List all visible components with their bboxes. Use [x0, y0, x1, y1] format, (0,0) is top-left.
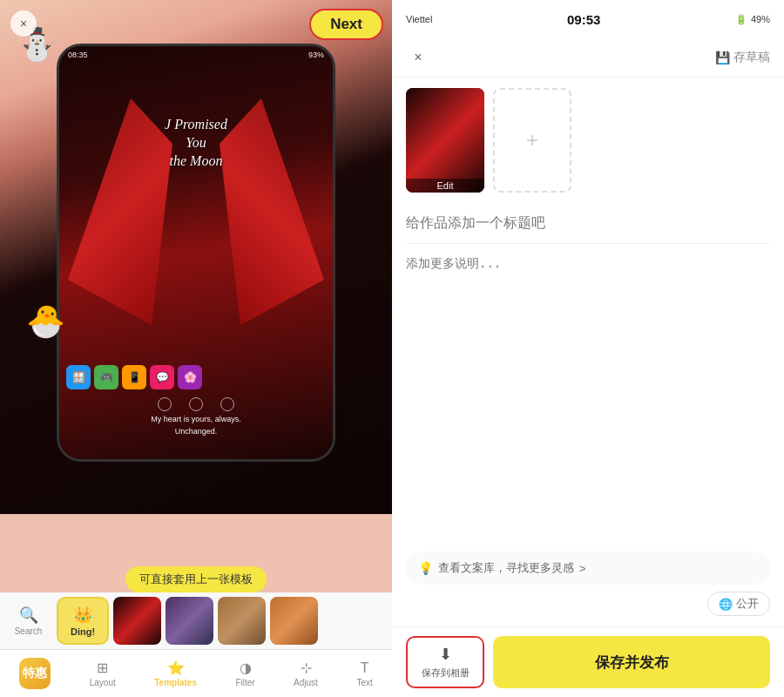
search-label: Search: [15, 626, 43, 636]
add-media-button[interactable]: +: [493, 88, 571, 193]
public-section: 🌐 公开: [392, 592, 784, 616]
crown-icon: 👑: [73, 606, 92, 625]
nav-item-filter[interactable]: ◑ Filter: [228, 656, 261, 691]
sticker-cloud: 🐣: [26, 303, 65, 340]
template-thumb-4[interactable]: [270, 597, 318, 645]
media-thumbnail[interactable]: Edit: [406, 88, 484, 193]
nav-item-layout[interactable]: ⊞ Layout: [83, 656, 123, 691]
copy-hint[interactable]: 💡 查看文案库，寻找更多灵感 >: [406, 552, 770, 585]
main-image: ⛄ 08:35 93% J Promised You t: [0, 0, 392, 514]
status-carrier: Viettel: [406, 14, 432, 24]
right-close-button[interactable]: ×: [406, 45, 430, 70]
layout-icon: ⊞: [97, 660, 108, 676]
app-icons: 🪟 🎮 📱 💬 🌸: [66, 365, 326, 389]
status-battery: 🔋 49%: [735, 14, 770, 25]
template-thumb-3[interactable]: [218, 597, 266, 645]
edit-label: Edit: [406, 179, 484, 193]
template-hint: 可直接套用上一张模板: [125, 566, 267, 592]
draft-button[interactable]: 💾 存草稿: [715, 50, 770, 65]
globe-icon: 🌐: [719, 598, 733, 611]
action-bar: ⬇ 保存到相册 保存并发布: [392, 626, 784, 697]
status-time: 09:53: [567, 12, 600, 27]
nav-item-special[interactable]: 特惠: [12, 654, 57, 693]
special-badge: 特惠: [19, 658, 51, 689]
right-panel: Viettel 09:53 🔋 49% × 💾 存草稿 Edit + 💡 查看文…: [392, 0, 784, 697]
nav-item-adjust[interactable]: ⊹ Adjust: [287, 656, 325, 691]
bottom-nav: 特惠 ⊞ Layout ⭐ Templates ◑ Filter ⊹ Adjus…: [0, 649, 392, 697]
search-icon: 🔍: [19, 606, 38, 625]
status-bar: Viettel 09:53 🔋 49%: [392, 0, 784, 38]
download-icon: ⬇: [439, 645, 452, 664]
desc-input[interactable]: [406, 244, 770, 288]
ding-button[interactable]: 👑 Ding!: [57, 597, 109, 645]
media-section: Edit +: [392, 78, 784, 203]
phone-bottom-text: My heart is yours, always. Unchanged.: [59, 414, 333, 437]
form-section: [392, 203, 784, 545]
right-top-bar: × 💾 存草稿: [392, 38, 784, 78]
next-button[interactable]: Next: [309, 9, 383, 40]
phone-status-bar: 08:35 93%: [59, 51, 333, 59]
title-input[interactable]: [406, 203, 770, 244]
thumbnail-strip: 🔍 Search 👑 Ding!: [0, 592, 392, 649]
phone-mockup: 08:35 93% J Promised You the Moon: [57, 44, 335, 462]
nav-item-text[interactable]: T Text: [349, 657, 379, 691]
save-local-button[interactable]: ⬇ 保存到相册: [406, 636, 484, 688]
template-thumb-2[interactable]: [166, 597, 213, 645]
left-panel: × Next ⛄ 08:35 93% J Promis: [0, 0, 392, 697]
filter-icon: ◑: [240, 660, 252, 676]
adjust-icon: ⊹: [301, 660, 312, 676]
phone-text-overlay: J Promised You the Moon: [165, 116, 227, 170]
template-thumb-1[interactable]: [113, 597, 161, 645]
public-button[interactable]: 🌐 公开: [707, 592, 770, 616]
publish-button[interactable]: 保存并发布: [493, 636, 770, 688]
text-icon: T: [361, 660, 369, 676]
nav-item-templates[interactable]: ⭐ Templates: [147, 656, 204, 691]
search-button[interactable]: 🔍 Search: [4, 606, 52, 636]
phone-nav-bar: [59, 397, 333, 411]
save-icon: 💾: [715, 51, 730, 64]
bulb-icon: 💡: [418, 561, 433, 575]
close-button[interactable]: ×: [10, 10, 37, 37]
templates-icon: ⭐: [167, 660, 185, 676]
